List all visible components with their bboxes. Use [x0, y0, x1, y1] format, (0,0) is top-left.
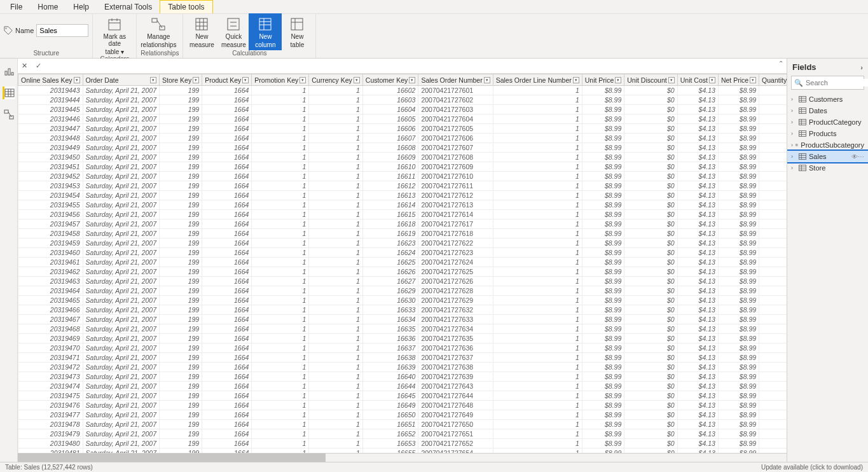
menu-help[interactable]: Help: [65, 1, 97, 13]
filter-dropdown-icon[interactable]: ▾: [750, 77, 756, 83]
table-row[interactable]: 20319477Saturday, April 21, 200719916641…: [18, 410, 787, 420]
table-row[interactable]: 20319472Saturday, April 21, 200719916641…: [18, 363, 787, 372]
mark-as-date-table-button[interactable]: Mark as date table ▾: [97, 15, 132, 55]
column-header[interactable]: Sales Order Line Number▾: [493, 74, 582, 86]
table-row[interactable]: 20319468Saturday, April 21, 200719916641…: [18, 324, 787, 334]
filter-dropdown-icon[interactable]: ▾: [300, 77, 306, 83]
table-row[interactable]: 20319481Saturday, April 21, 200719916641…: [18, 448, 787, 454]
filter-dropdown-icon[interactable]: ▾: [668, 77, 675, 83]
table-row[interactable]: 20319479Saturday, April 21, 200719916641…: [18, 429, 787, 439]
new-table-button[interactable]: Newtable: [282, 15, 312, 48]
table-row[interactable]: 20319465Saturday, April 21, 200719916641…: [18, 296, 787, 305]
new-column-button[interactable]: Newcolumn: [251, 15, 280, 48]
table-row[interactable]: 20319458Saturday, April 21, 200719916641…: [18, 229, 787, 239]
report-view-icon[interactable]: [3, 65, 15, 78]
column-header[interactable]: Online Sales Key▾: [18, 74, 83, 86]
fields-search-input[interactable]: [806, 79, 868, 87]
column-header[interactable]: Product Key▾: [202, 74, 252, 86]
table-row[interactable]: 20319462Saturday, April 21, 200719916641…: [18, 267, 787, 277]
formula-bar[interactable]: ✕ ✓: [18, 59, 787, 74]
filter-dropdown-icon[interactable]: ▾: [74, 77, 80, 83]
table-row[interactable]: 20319449Saturday, April 21, 200719916641…: [18, 143, 787, 153]
field-table-store[interactable]: ›Store: [787, 162, 868, 174]
quick-measure-button[interactable]: Quickmeasure: [219, 15, 248, 48]
column-header[interactable]: Unit Price▾: [582, 74, 624, 86]
column-header[interactable]: Currency Key▾: [309, 74, 363, 86]
table-row[interactable]: 20319456Saturday, April 21, 200719916641…: [18, 210, 787, 219]
table-row[interactable]: 20319473Saturday, April 21, 200719916641…: [18, 372, 787, 382]
table-row[interactable]: 20319478Saturday, April 21, 200719916641…: [18, 420, 787, 429]
table-row[interactable]: 20319474Saturday, April 21, 200719916641…: [18, 382, 787, 391]
table-row[interactable]: 20319446Saturday, April 21, 200719916641…: [18, 115, 787, 124]
table-row[interactable]: 20319463Saturday, April 21, 200719916641…: [18, 277, 787, 286]
table-row[interactable]: 20319471Saturday, April 21, 200719916641…: [18, 353, 787, 363]
table-row[interactable]: 20319457Saturday, April 21, 200719916641…: [18, 219, 787, 229]
menu-external-tools[interactable]: External Tools: [97, 1, 160, 13]
status-right[interactable]: Update available (click to download): [761, 464, 863, 471]
filter-dropdown-icon[interactable]: ▾: [242, 77, 249, 83]
table-name-input[interactable]: [36, 24, 88, 37]
table-row[interactable]: 20319448Saturday, April 21, 200719916641…: [18, 134, 787, 143]
column-header[interactable]: Order Date▾: [83, 74, 160, 86]
column-header[interactable]: Quantity▾: [759, 74, 787, 86]
menu-home[interactable]: Home: [30, 1, 65, 13]
table-row[interactable]: 20319470Saturday, April 21, 200719916641…: [18, 344, 787, 353]
column-header[interactable]: Sales Order Number▾: [418, 74, 493, 86]
table-row[interactable]: 20319443Saturday, April 21, 200719916641…: [18, 86, 787, 95]
table-row[interactable]: 20319453Saturday, April 21, 200719916641…: [18, 181, 787, 191]
filter-dropdown-icon[interactable]: ▾: [573, 77, 579, 83]
field-table-products[interactable]: ›Products: [787, 128, 868, 139]
table-row[interactable]: 20319451Saturday, April 21, 200719916641…: [18, 162, 787, 172]
chevron-right-icon[interactable]: ›: [860, 64, 863, 71]
table-row[interactable]: 20319466Saturday, April 21, 200719916641…: [18, 305, 787, 315]
table-row[interactable]: 20319469Saturday, April 21, 200719916641…: [18, 334, 787, 344]
filter-dropdown-icon[interactable]: ▾: [193, 77, 199, 83]
table-row[interactable]: 20319455Saturday, April 21, 200719916641…: [18, 200, 787, 210]
table-row[interactable]: 20319464Saturday, April 21, 200719916641…: [18, 286, 787, 296]
table-row[interactable]: 20319480Saturday, April 21, 200719916641…: [18, 439, 787, 448]
table-row[interactable]: 20319476Saturday, April 21, 200719916641…: [18, 401, 787, 410]
menu-table-tools[interactable]: Table tools: [160, 0, 212, 13]
table-row[interactable]: 20319452Saturday, April 21, 200719916641…: [18, 172, 787, 181]
ribbon-collapse-icon[interactable]: ⌃: [776, 59, 785, 67]
manage-relationships-button[interactable]: Manage relationships: [141, 15, 176, 48]
table-row[interactable]: 20319467Saturday, April 21, 200719916641…: [18, 315, 787, 324]
column-header[interactable]: Customer Key▾: [362, 74, 418, 86]
horizontal-scrollbar[interactable]: [18, 453, 787, 462]
data-view-icon[interactable]: [3, 87, 15, 99]
filter-dropdown-icon[interactable]: ▾: [354, 77, 360, 83]
table-row[interactable]: 20319459Saturday, April 21, 200719916641…: [18, 239, 787, 248]
column-header[interactable]: Promotion Key▾: [252, 74, 309, 86]
table-row[interactable]: 20319444Saturday, April 21, 200719916641…: [18, 95, 787, 105]
field-table-customers[interactable]: ›Customers: [787, 94, 868, 105]
field-table-productcategory[interactable]: ›ProductCategory: [787, 116, 868, 128]
model-view-icon[interactable]: [3, 108, 15, 121]
field-table-sales[interactable]: ›Sales👁⋯: [787, 151, 868, 162]
filter-dropdown-icon[interactable]: ▾: [709, 77, 715, 83]
filter-dropdown-icon[interactable]: ▾: [484, 77, 490, 83]
menu-file[interactable]: File: [3, 1, 30, 13]
filter-dropdown-icon[interactable]: ▾: [615, 77, 621, 83]
table-row[interactable]: 20319454Saturday, April 21, 200719916641…: [18, 191, 787, 200]
commit-formula-icon[interactable]: ✓: [36, 62, 45, 71]
column-header[interactable]: Net Price▾: [718, 74, 759, 86]
new-measure-button[interactable]: Newmeasure: [187, 15, 216, 48]
field-table-productsubcategory[interactable]: ›ProductSubcategory: [787, 139, 868, 151]
data-grid-scroll[interactable]: Online Sales Key▾Order Date▾Store Key▾Pr…: [18, 74, 787, 453]
table-row[interactable]: 20319450Saturday, April 21, 200719916641…: [18, 153, 787, 162]
ribbon-group-structure: Name Structure: [0, 14, 93, 58]
filter-dropdown-icon[interactable]: ▾: [150, 77, 156, 83]
ribbon: Name Structure Mark as date table ▾ Cale…: [0, 14, 868, 59]
fields-search[interactable]: 🔍: [791, 76, 864, 90]
table-row[interactable]: 20319461Saturday, April 21, 200719916641…: [18, 258, 787, 267]
table-row[interactable]: 20319447Saturday, April 21, 200719916641…: [18, 124, 787, 134]
column-header[interactable]: Unit Cost▾: [677, 74, 718, 86]
column-header[interactable]: Unit Discount▾: [624, 74, 677, 86]
column-header[interactable]: Store Key▾: [160, 74, 202, 86]
cancel-formula-icon[interactable]: ✕: [22, 62, 31, 71]
field-table-dates[interactable]: ›Dates: [787, 105, 868, 116]
table-row[interactable]: 20319445Saturday, April 21, 200719916641…: [18, 105, 787, 115]
filter-dropdown-icon[interactable]: ▾: [409, 77, 415, 83]
table-row[interactable]: 20319460Saturday, April 21, 200719916641…: [18, 248, 787, 258]
table-row[interactable]: 20319475Saturday, April 21, 200719916641…: [18, 391, 787, 401]
